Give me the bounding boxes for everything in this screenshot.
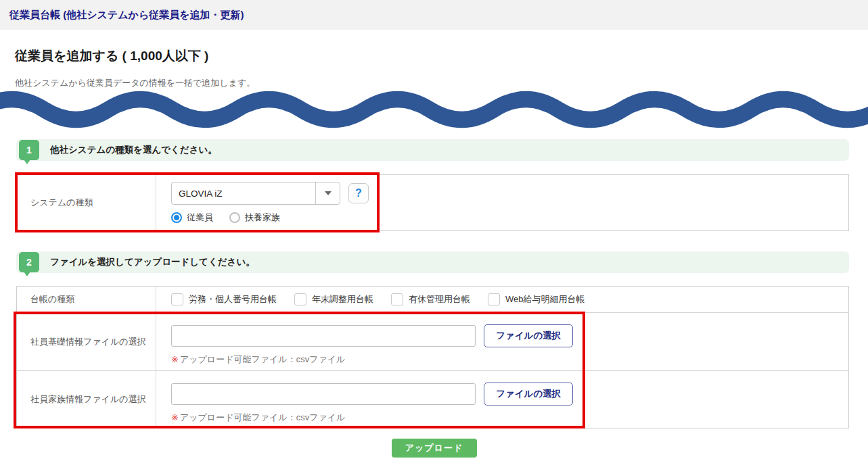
section-heading: 従業員を追加する ( 1,000人以下 ) [15,47,208,65]
upload-button[interactable]: アップロード [392,439,477,458]
system-type-dropdown[interactable]: GLOVIA iZ [171,182,340,205]
employee-family-file-row: 社員家族情報ファイルの選択 ファイルの選択 ※アップロード可能ファイル：csvフ… [17,371,848,428]
employee-family-file-input[interactable] [171,383,476,405]
employee-base-file-select-button[interactable]: ファイルの選択 [484,324,573,347]
target-radio-group: 従業員 扶養家族 [171,212,848,224]
checkbox-label: 労務・個人番号用台帳 [189,293,277,305]
checkbox-labor-mynumber-ledger[interactable]: 労務・個人番号用台帳 [171,293,277,305]
title-bar: 従業員台帳 (他社システムから従業員を追加・更新) [0,0,868,30]
file-upload-table: 台帳の種類 労務・個人番号用台帳 年末調整用台帳 有休管理用台帳 [16,286,849,428]
system-type-content: GLOVIA iZ ? 従業員 扶養家族 [156,175,848,230]
employee-base-file-note: ※アップロード可能ファイル：csvファイル [171,353,848,366]
step1-header: 1 他社システムの種類を選んでください。 [16,139,849,161]
step1-badge: 1 [19,140,39,160]
help-button[interactable]: ? [348,183,369,203]
radio-dependents[interactable]: 扶養家族 [229,212,280,224]
checkbox-label: 年末調整用台帳 [312,293,373,305]
checkbox-icon[interactable] [171,293,183,305]
employee-family-file-select-button[interactable]: ファイルの選択 [484,383,573,405]
system-type-table: システムの種類 GLOVIA iZ ? 従業員 [16,174,849,231]
checkbox-yearend-ledger[interactable]: 年末調整用台帳 [294,293,373,305]
employee-family-file-note: ※アップロード可能ファイル：csvファイル [171,412,848,424]
step2-header: 2 ファイルを選択してアップロードしてください。 [16,251,849,273]
checkbox-icon[interactable] [391,293,403,305]
page: 従業員台帳 (他社システムから従業員を追加・更新) 従業員を追加する ( 1,0… [0,0,868,467]
upload-button-area: アップロード [0,439,868,458]
radio-unselected-icon[interactable] [229,212,240,223]
content-truncation-wave [0,84,868,135]
system-type-label: システムの種類 [17,175,156,230]
ledger-type-row: 台帳の種類 労務・個人番号用台帳 年末調整用台帳 有休管理用台帳 [17,287,848,313]
step2-instruction: ファイルを選択してアップロードしてください。 [50,256,255,268]
system-type-row: システムの種類 GLOVIA iZ ? 従業員 [17,175,848,230]
step2-badge: 2 [19,252,39,272]
employee-base-file-row: 社員基礎情報ファイルの選択 ファイルの選択 ※アップロード可能ファイル：csvフ… [17,313,848,371]
note-text: アップロード可能ファイル：csvファイル [180,412,345,422]
employee-family-file-label: 社員家族情報ファイルの選択 [17,371,156,428]
employee-base-file-input[interactable] [171,325,476,347]
note-text: アップロード可能ファイル：csvファイル [180,354,345,364]
step1-instruction: 他社システムの種類を選んでください。 [50,144,217,156]
wave-icon [0,84,868,135]
employee-base-file-content: ファイルの選択 ※アップロード可能ファイル：csvファイル [156,313,848,370]
checkbox-icon[interactable] [488,293,500,305]
radio-employee[interactable]: 従業員 [171,212,213,224]
page-title: 従業員台帳 (他社システムから従業員を追加・更新) [9,9,244,22]
checkbox-web-payslip-ledger[interactable]: Web給与明細用台帳 [488,293,585,305]
ledger-type-content: 労務・個人番号用台帳 年末調整用台帳 有休管理用台帳 Web給与明細用台帳 [156,287,848,312]
checkbox-label: Web給与明細用台帳 [505,293,585,305]
system-type-dropdown-value: GLOVIA iZ [172,182,315,204]
employee-family-file-content: ファイルの選択 ※アップロード可能ファイル：csvファイル [156,371,848,428]
note-asterisk: ※ [171,412,179,422]
checkbox-icon[interactable] [294,293,306,305]
radio-employee-label: 従業員 [187,212,213,224]
employee-base-file-label: 社員基礎情報ファイルの選択 [17,313,156,370]
radio-dependents-label: 扶養家族 [245,212,280,224]
ledger-type-label: 台帳の種類 [17,287,156,312]
checkbox-paidleave-ledger[interactable]: 有休管理用台帳 [391,293,470,305]
radio-selected-icon[interactable] [171,212,182,223]
note-asterisk: ※ [171,354,179,364]
checkbox-label: 有休管理用台帳 [409,293,470,305]
chevron-down-icon[interactable] [315,182,340,204]
